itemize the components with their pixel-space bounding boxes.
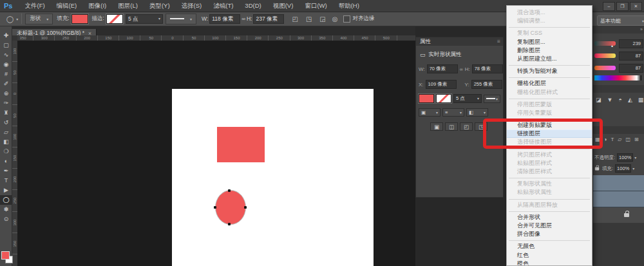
context-menu-item[interactable]: 合并可见图层 (507, 222, 592, 230)
menu-item[interactable]: 帮助(H) (333, 2, 365, 10)
layer-filter-icon[interactable]: ◑ (604, 137, 607, 142)
tool-button[interactable]: ↺ (0, 118, 12, 128)
tool-button[interactable]: ✐ (0, 79, 12, 89)
shape-mode-dropdown[interactable]: 形状 ▾ (25, 14, 53, 24)
menu-item[interactable]: 视图(V) (267, 2, 299, 10)
context-menu-item[interactable]: 转换为智能对象 (507, 67, 592, 75)
anchor-point-right[interactable] (244, 206, 247, 209)
stroke-option-dropdown[interactable]: ◧ ▾ (466, 108, 488, 117)
context-menu-item[interactable] (507, 25, 592, 29)
layer-filter-icon[interactable]: ⊞ (634, 137, 639, 142)
tool-button[interactable]: ✒ (0, 166, 12, 176)
tool-button[interactable]: ▱ (0, 128, 12, 137)
context-menu-item[interactable]: 拷贝图层样式 (507, 151, 592, 159)
context-menu-item[interactable] (507, 176, 592, 180)
path-operation-icon[interactable]: ◲ (317, 15, 328, 23)
tool-button[interactable]: ◐ (0, 157, 12, 166)
context-menu-item[interactable] (507, 97, 592, 100)
shape-width-field[interactable]: 70 像素 (427, 64, 458, 73)
layer-filter-icon[interactable]: ◫ (625, 137, 630, 142)
menu-item[interactable]: 图层(L) (112, 2, 144, 10)
tool-button[interactable]: ◉ (0, 60, 12, 70)
shape-y-field[interactable]: 255 像素 (471, 80, 502, 89)
context-menu-item[interactable]: 粘贴形状属性 (507, 188, 592, 196)
link-dimensions-icon[interactable]: ∞ (460, 67, 463, 71)
tool-preset-icon[interactable]: ◯ (4, 15, 16, 23)
tool-button[interactable]: ▶ (0, 185, 12, 195)
menu-item[interactable]: 窗口(W) (299, 2, 332, 10)
tool-button[interactable]: ✑ (0, 99, 12, 108)
slider-marker-icon[interactable]: ▴ (611, 43, 613, 48)
context-menu-item[interactable]: 拼合图像 (507, 230, 592, 238)
context-menu-item[interactable]: 编辑调整... (507, 17, 592, 25)
stroke-width-field[interactable]: 5 点 ▾ (126, 14, 163, 24)
stroke-option-dropdown[interactable]: ≡ ▾ (442, 108, 464, 117)
stroke-option-dropdown[interactable]: ▣ ▾ (419, 108, 440, 117)
tool-button[interactable]: T (0, 176, 12, 185)
context-menu-item[interactable] (507, 209, 592, 213)
ellipse-shape[interactable] (216, 191, 245, 224)
stroke-style-dropdown[interactable]: ▾ (166, 14, 196, 24)
context-menu-item[interactable]: 删除图层 (507, 46, 592, 55)
tool-button[interactable]: ◧ (0, 137, 12, 147)
tool-button[interactable]: ⊕ (0, 89, 12, 99)
context-menu-item[interactable]: 清除图层样式 (507, 167, 592, 176)
green-value-field[interactable]: 87 (619, 52, 643, 61)
context-menu-item[interactable] (507, 63, 592, 67)
context-menu-item[interactable]: 栅格化图层样式 (507, 88, 592, 97)
green-slider[interactable] (594, 53, 616, 58)
red-slider[interactable]: ▴ (594, 41, 616, 46)
anchor-point-bottom[interactable] (228, 223, 231, 225)
stroke-style-dropdown[interactable]: ▾ (484, 95, 500, 103)
context-menu-item[interactable]: 停用矢量蒙版 (507, 109, 592, 117)
context-menu-item[interactable] (507, 197, 592, 201)
close-button[interactable]: ✕ (630, 2, 642, 11)
menu-item[interactable]: 3D(D) (239, 2, 267, 10)
menu-item[interactable]: 滤镜(T) (207, 2, 239, 10)
layer-row-selected-2[interactable] (593, 191, 644, 207)
stroke-color-swatch[interactable] (106, 14, 123, 24)
gear-icon[interactable]: ◎ (330, 15, 341, 23)
minimize-button[interactable]: – (603, 2, 615, 11)
rectangle-shape[interactable] (217, 127, 265, 162)
lock-icon[interactable] (595, 167, 599, 170)
height-field[interactable]: 237 像素 (253, 14, 284, 24)
context-menu-item[interactable]: 从图层建立组... (507, 55, 592, 63)
layer-filter-icon[interactable]: T (611, 137, 614, 142)
pathfinder-button[interactable]: ◫ (445, 122, 458, 131)
menu-item[interactable]: 类型(Y) (144, 2, 176, 10)
align-edges-checkbox[interactable] (343, 15, 350, 23)
layer-filter-icon[interactable]: ▱ (618, 137, 621, 142)
restore-button[interactable]: ❐ (616, 2, 629, 11)
stroke-color-swatch[interactable] (436, 94, 451, 103)
tool-button[interactable]: ❍ (0, 147, 12, 157)
context-menu-item[interactable]: 红色 (507, 251, 592, 260)
menu-item[interactable]: 文件(F) (19, 2, 50, 10)
context-menu-item[interactable]: 从隔离图层释放 (507, 201, 592, 209)
workspace-switcher[interactable]: 基本功能 ▾ (597, 15, 644, 26)
path-operation-icon[interactable]: ◰ (289, 15, 300, 23)
color-spectrum-bar[interactable] (594, 75, 641, 81)
fill-color-swatch[interactable] (71, 14, 88, 24)
tool-button[interactable]: ▢ (0, 41, 12, 50)
menu-item[interactable]: 编辑(E) (51, 2, 83, 10)
adjustment-icon[interactable]: ▦ (638, 97, 644, 103)
menu-item[interactable]: 选择(S) (176, 2, 208, 10)
anchor-point-top[interactable] (228, 189, 231, 192)
context-menu-item[interactable]: 栅格化图层 (507, 79, 592, 88)
opacity-field[interactable]: 100% (617, 153, 633, 162)
fill-color-swatch[interactable] (419, 94, 434, 103)
adjustment-icon[interactable]: ◓ (618, 97, 621, 103)
context-menu-item[interactable]: 复制 CSS (507, 29, 592, 37)
pathfinder-button[interactable]: ▣ (430, 122, 443, 131)
context-menu-item[interactable]: 停用图层蒙版 (507, 100, 592, 109)
link-dimensions-icon[interactable]: ∞ (240, 16, 247, 22)
red-value-field[interactable]: 239 (619, 39, 643, 48)
blue-slider[interactable] (594, 66, 616, 70)
adjustment-icon[interactable]: ▼ (607, 97, 613, 103)
stroke-width-field[interactable]: 5 点 ▾ (453, 94, 482, 103)
path-operation-icon[interactable]: ◳ (303, 15, 314, 23)
panel-menu-icon[interactable]: ≡ (497, 37, 500, 46)
context-menu-item[interactable]: 复制图层... (507, 38, 592, 46)
tool-button[interactable]: ✚ (0, 31, 12, 41)
